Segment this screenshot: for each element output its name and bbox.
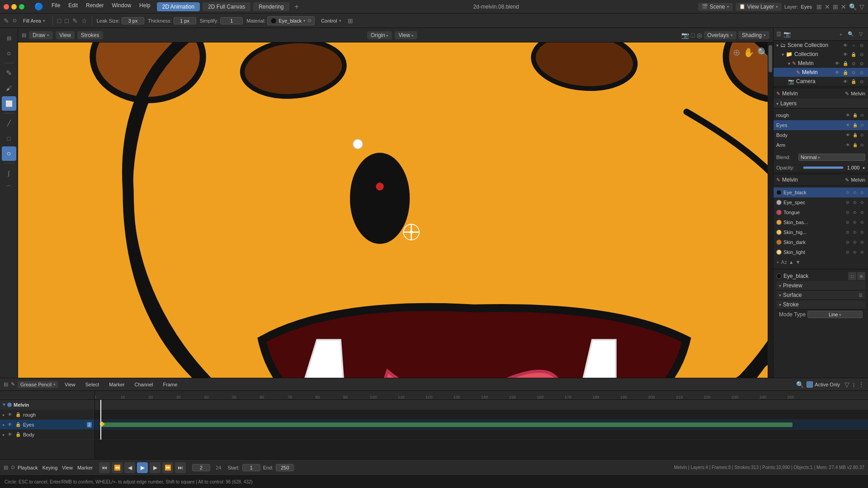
- eyes-track-lock[interactable]: 🔒: [15, 422, 21, 428]
- outliner-icon[interactable]: ☰: [776, 31, 782, 38]
- mat-skin-hig-render[interactable]: ⊙: [859, 229, 865, 235]
- material-row-skin-bas[interactable]: Skin_bas... ⊙ ⊙ ⊙: [774, 217, 868, 227]
- melvin-parent-row[interactable]: ▾ ✎ Melvin 👁 🔒 ⊙ ⊙: [774, 59, 868, 68]
- tool-icon-2[interactable]: □: [65, 17, 68, 24]
- layer-row-arm[interactable]: Arm 👁 🔒 ⊙: [774, 140, 868, 150]
- eyes-track-eye[interactable]: 👁: [7, 422, 13, 428]
- mp-eye-icon[interactable]: 👁: [834, 60, 841, 67]
- mat-preview-btn[interactable]: □: [848, 272, 856, 280]
- mat-eye-black-lock[interactable]: ⊙: [852, 189, 858, 196]
- tl-more-icon[interactable]: ⋮: [858, 381, 864, 388]
- add-mode-button[interactable]: +: [292, 3, 302, 11]
- coll-lock-icon[interactable]: 🔒: [850, 51, 857, 58]
- mat-skin-bas-render[interactable]: ⊙: [859, 219, 865, 225]
- gp-mode-selector[interactable]: Grease Pencil: [18, 381, 58, 388]
- tl-frame-btn[interactable]: Frame: [160, 381, 181, 388]
- tl-marker-btn[interactable]: Marker: [105, 381, 128, 388]
- mat-eye-spec-hide[interactable]: ⊙: [844, 199, 851, 206]
- mat-eye-black-render[interactable]: ⊙: [859, 189, 865, 196]
- vp-strokes-btn[interactable]: Strokes: [77, 31, 103, 39]
- tool-icon-4[interactable]: ☆: [81, 17, 87, 24]
- layer-row-eyes[interactable]: Eyes 👁 🔒 ⊙: [774, 120, 868, 130]
- circle-tool[interactable]: ○: [2, 146, 16, 161]
- help-menu[interactable]: Help: [136, 1, 154, 12]
- next-frame-btn[interactable]: ▶: [150, 462, 160, 473]
- camera-row[interactable]: 📷 Camera 👁 🔒 ⊙: [774, 77, 868, 86]
- render-menu[interactable]: Render: [82, 1, 107, 12]
- origin-selector[interactable]: Origin: [367, 31, 392, 39]
- render-mode-icon[interactable]: ◎: [697, 32, 702, 39]
- fill-area-btn[interactable]: Fill Area ▾: [20, 17, 48, 24]
- rp-search-icon[interactable]: 🔍: [846, 30, 855, 39]
- tl-sort-icon[interactable]: ↕: [852, 381, 855, 388]
- body-eye-icon[interactable]: 👁: [844, 132, 851, 138]
- mc-render-icon[interactable]: ⊙: [850, 69, 857, 76]
- bb-mode-icon[interactable]: ⊙: [11, 465, 15, 470]
- mat-eye-spec-render[interactable]: ⊙: [859, 199, 865, 206]
- track-rough[interactable]: ▸ 👁 🔒 rough: [0, 410, 94, 420]
- simplify-value[interactable]: 1: [220, 17, 243, 24]
- fullscreen-button[interactable]: [19, 4, 24, 9]
- arc-tool[interactable]: ⌒: [2, 181, 16, 196]
- add-mat-arrow-dn[interactable]: ▼: [796, 259, 801, 265]
- body-render-icon[interactable]: ⊙: [859, 132, 865, 138]
- coll-render-icon[interactable]: ⊙: [858, 51, 865, 58]
- mode-type-value[interactable]: Line: [807, 311, 863, 318]
- mat-tongue-hide[interactable]: ⊙: [844, 209, 851, 216]
- track-body[interactable]: ▸ 👁 🔒 Body: [0, 430, 94, 440]
- grid-icon[interactable]: ⊞: [348, 17, 353, 24]
- rp-filter-icon[interactable]: ▽: [856, 30, 865, 39]
- mode-2d-animation[interactable]: 2D Animation: [157, 2, 200, 11]
- jump-start-btn[interactable]: ⏮: [99, 462, 110, 473]
- arm-lock-icon[interactable]: 🔒: [852, 142, 858, 148]
- material-row-skin-dark[interactable]: Skin_dark ⊙ ⊙ ⊙: [774, 237, 868, 247]
- rect-tool[interactable]: □: [2, 131, 16, 145]
- orbit-icon[interactable]: ⊕: [733, 47, 741, 58]
- vp-view-btn[interactable]: View: [56, 31, 75, 39]
- window-menu[interactable]: Window: [108, 1, 135, 12]
- mat-eye-spec-lock[interactable]: ⊙: [852, 199, 858, 206]
- playhead[interactable]: [100, 400, 101, 440]
- outliner-close-icon[interactable]: ✕: [841, 3, 846, 10]
- material-row-skin-hig[interactable]: Skin_hig... ⊙ ⊙ ⊙: [774, 227, 868, 237]
- layer-row-rough[interactable]: rough 👁 🔒 ⊙: [774, 110, 868, 120]
- layer-row-body[interactable]: Body 👁 🔒 ⊙: [774, 130, 868, 140]
- draw-tool[interactable]: ✎: [2, 66, 16, 80]
- sc-eye-icon[interactable]: 👁: [842, 42, 849, 49]
- stroke-section-header[interactable]: ▾ Stroke: [776, 300, 865, 310]
- mat-tongue-render[interactable]: ⊙: [859, 209, 865, 216]
- leak-size-value[interactable]: 3 px: [122, 17, 144, 24]
- panel-toggle-icon[interactable]: ⊞: [816, 3, 822, 10]
- bb-marker-label[interactable]: Marker: [77, 465, 93, 470]
- mat-eye-black-hide[interactable]: ⊙: [844, 189, 851, 196]
- tl-filter-icon[interactable]: ▽: [844, 381, 849, 388]
- bb-view-label[interactable]: View: [62, 465, 73, 470]
- keying-label[interactable]: Keying: [42, 465, 58, 470]
- zoom-icon[interactable]: 🔍: [757, 47, 769, 58]
- cam-lock-icon[interactable]: 🔒: [850, 78, 857, 85]
- current-frame-input[interactable]: 2: [192, 464, 210, 471]
- mode-2d-full-canvas[interactable]: 2D Full Canvas: [203, 2, 250, 11]
- vertical-scrollbar[interactable]: [768, 42, 773, 378]
- mat-skin-dark-hide[interactable]: ⊙: [844, 239, 851, 245]
- material-row-tongue[interactable]: Tongue ⊙ ⊙ ⊙: [774, 207, 868, 217]
- opacity-slider[interactable]: [803, 166, 844, 169]
- end-value[interactable]: 250: [276, 464, 294, 471]
- mc-extra-icon[interactable]: ⊙: [858, 69, 865, 76]
- mat-skin-light-render[interactable]: ⊙: [859, 249, 865, 255]
- body-lock-icon[interactable]: 🔒: [852, 132, 858, 138]
- material-row-eye-spec[interactable]: Eye_spec ⊙ ⊙ ⊙: [774, 197, 868, 207]
- eyes-eye-icon[interactable]: 👁: [844, 122, 851, 128]
- rough-render-icon[interactable]: ⊙: [859, 112, 865, 118]
- tl-channel-btn[interactable]: Channel: [131, 381, 157, 388]
- mp-lock-icon[interactable]: 🔒: [842, 60, 849, 67]
- track-melvin-header[interactable]: ▾ Melvin: [0, 400, 94, 410]
- mat-skin-dark-render[interactable]: ⊙: [859, 239, 865, 245]
- add-mat-arrow-up[interactable]: ▲: [789, 259, 794, 265]
- track-eyes[interactable]: ▸ 👁 🔒 Eyes 2: [0, 420, 94, 430]
- blender-menu[interactable]: 🔵: [31, 1, 47, 12]
- eyes-render-icon[interactable]: ⊙: [859, 122, 865, 128]
- filter-icon[interactable]: ▽: [859, 3, 864, 10]
- view-layer-selector[interactable]: 📋 View Layer: [736, 3, 782, 11]
- curve-tool[interactable]: ∫: [2, 166, 16, 180]
